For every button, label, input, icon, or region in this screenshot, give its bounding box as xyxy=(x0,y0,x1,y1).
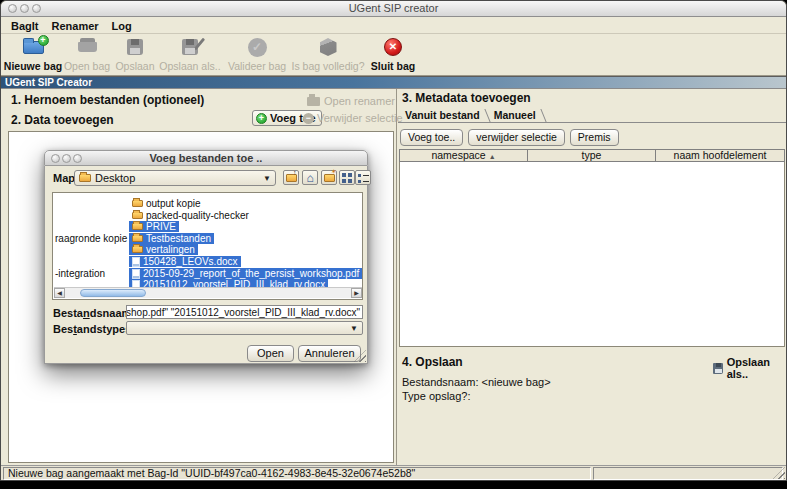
verwijder-selectie-button: − Verwijder selectie xyxy=(303,112,403,124)
new-bag-folder-icon: + xyxy=(23,41,44,54)
menu-bagit[interactable]: BagIt xyxy=(11,20,39,32)
meta-voeg-toe-button[interactable]: Voeg toe.. xyxy=(400,129,463,146)
panel-divider xyxy=(396,89,397,465)
scroll-right-icon[interactable]: ▶ xyxy=(351,288,362,298)
status-message: Nieuwe bag aangemaakt met Bag-Id "UUID-b… xyxy=(3,467,591,480)
meta-verwijder-selectie-button[interactable]: verwijder selectie xyxy=(468,129,565,146)
bestandstypes-combobox[interactable]: ▼ xyxy=(126,321,363,335)
dialog-title: Voeg bestanden toe .. xyxy=(45,152,367,164)
file-row-selected[interactable]: PRIVE xyxy=(129,221,179,232)
open-bag-icon xyxy=(78,42,97,52)
opslaan-als-link[interactable]: Opslaan als.. xyxy=(713,356,786,380)
voeg-bestanden-dialog: Voeg bestanden toe .. Map: Desktop ▼ ⌂ r… xyxy=(44,150,368,364)
premis-button[interactable]: Premis xyxy=(570,129,619,146)
metadata-table-body[interactable] xyxy=(399,162,785,347)
list-view-icon xyxy=(358,173,369,183)
metadata-table-header: namespace ▲ type naam hoofdelement xyxy=(399,149,785,162)
folder-icon xyxy=(132,200,143,207)
valideer-bag-button: Valideer bag xyxy=(225,36,289,72)
menubar: BagIt Renamer Log xyxy=(1,18,786,34)
up-folder-icon xyxy=(286,174,297,182)
file-icon xyxy=(132,257,140,267)
section3-title: 3. Metadata toevoegen xyxy=(402,91,531,105)
column-header-naam-hoofdelement[interactable]: naam hoofdelement xyxy=(655,150,784,161)
file-row[interactable]: packed-quality-checker xyxy=(129,210,252,221)
folder-icon xyxy=(132,246,143,253)
dialog-body: Map: Desktop ▼ ⌂ raagronde kopie -integr… xyxy=(44,166,368,364)
new-folder-button[interactable] xyxy=(321,170,337,185)
folder-icon xyxy=(132,235,143,242)
grid-view-icon xyxy=(342,173,352,183)
dialog-titlebar[interactable]: Voeg bestanden toe .. xyxy=(44,150,368,166)
plus-badge-icon: + xyxy=(38,35,49,46)
window-title: UGent SIP creator xyxy=(1,2,786,14)
folder-icon xyxy=(132,223,143,230)
file-row-selected[interactable]: 2015-09-29_report_of_the_persist_worksho… xyxy=(129,268,362,279)
file-row-selected[interactable]: Testbestanden xyxy=(129,233,214,244)
bestandsnaam-value: Bestandsnaam: <nieuwe bag> xyxy=(402,376,551,388)
save-icon xyxy=(127,39,143,55)
clipped-file-label[interactable]: -integration xyxy=(55,268,105,279)
folder-icon xyxy=(132,212,143,219)
status-spacer xyxy=(593,467,783,480)
remove-icon: − xyxy=(303,113,314,124)
section4-title: 4. Opslaan xyxy=(402,355,463,369)
is-bag-volledig-button: Is bag volledig? xyxy=(289,36,367,72)
close-bag-icon xyxy=(384,38,402,56)
grid-view-button[interactable] xyxy=(339,170,355,185)
scroll-left-icon[interactable]: ◀ xyxy=(54,288,65,298)
bestandsnaam-label: Bestandsnaam xyxy=(53,307,131,319)
section1-title: 1. Hernoem bestanden (optioneel) xyxy=(11,93,204,107)
window-titlebar: UGent SIP creator xyxy=(1,1,786,17)
up-folder-button[interactable] xyxy=(283,170,299,185)
scrollbar-thumb[interactable] xyxy=(80,289,146,297)
add-icon: + xyxy=(256,113,267,124)
horizontal-scrollbar[interactable]: ◀ ▶ xyxy=(54,287,362,298)
metadata-buttons: Voeg toe.. verwijder selectie Premis xyxy=(400,129,619,146)
section2-title: 2. Data toevoegen xyxy=(11,113,114,127)
opslaan-button: Opslaan xyxy=(113,36,157,72)
file-icon xyxy=(132,269,140,279)
clipped-file-label[interactable]: raagronde kopie xyxy=(55,233,127,244)
type-opslag-label: Type opslag?: xyxy=(402,390,471,402)
new-folder-icon xyxy=(324,174,335,182)
file-row-selected[interactable]: vertalingen xyxy=(129,244,198,255)
chevron-down-icon: ▼ xyxy=(263,174,271,183)
sort-asc-icon: ▲ xyxy=(489,153,496,160)
floppy-icon xyxy=(713,363,723,374)
pencil-icon xyxy=(194,38,205,51)
tab-manueel[interactable]: Manueel xyxy=(489,109,542,122)
home-button[interactable]: ⌂ xyxy=(302,170,318,185)
column-header-namespace[interactable]: namespace ▲ xyxy=(400,150,527,161)
validate-check-icon xyxy=(248,38,267,57)
opslaan-als-button: Opslaan als.. xyxy=(159,36,221,72)
open-bag-button: Open bag xyxy=(63,36,111,72)
column-header-type[interactable]: type xyxy=(527,150,655,161)
home-icon: ⌂ xyxy=(306,173,313,183)
list-view-button[interactable] xyxy=(355,170,371,185)
menu-renamer[interactable]: Renamer xyxy=(52,20,99,32)
open-renamer-button: Open renamer xyxy=(307,95,395,107)
chevron-down-icon: ▼ xyxy=(350,324,358,333)
nieuwe-bag-button[interactable]: + Nieuwe bag xyxy=(3,36,63,72)
app-window: UGent SIP creator BagIt Renamer Log + Ni… xyxy=(0,0,787,481)
cube-icon xyxy=(320,38,337,56)
save-as-icon xyxy=(182,39,198,55)
map-combobox[interactable]: Desktop ▼ xyxy=(74,170,276,186)
file-row-selected[interactable]: 150428_LEOVs.docx xyxy=(129,256,241,267)
toolbar: + Nieuwe bag Open bag Opslaan Opslaan al… xyxy=(1,34,786,76)
folder-icon xyxy=(79,174,91,182)
renamer-icon xyxy=(307,97,320,106)
metadata-tabs: Vanuit bestand Manueel xyxy=(398,108,786,123)
open-button[interactable]: Open xyxy=(247,345,294,362)
file-list[interactable]: raagronde kopie -integration output kopi… xyxy=(52,192,363,300)
file-row[interactable]: output kopie xyxy=(129,198,204,209)
annuleren-button[interactable]: Annuleren xyxy=(298,345,361,362)
bestandsnaam-input[interactable]: _persist_workshop.pdf" "20151012_voorste… xyxy=(126,305,363,319)
frame-header: UGent SIP Creator xyxy=(1,76,786,89)
tab-vanuit-bestand[interactable]: Vanuit bestand xyxy=(400,109,486,122)
statusbar: Nieuwe bag aangemaakt met Bag-Id "UUID-b… xyxy=(1,465,786,480)
bestandstypes-label: Bestandstypes xyxy=(53,323,131,335)
menu-log[interactable]: Log xyxy=(112,20,132,32)
sluit-bag-button[interactable]: Sluit bag xyxy=(369,36,417,72)
